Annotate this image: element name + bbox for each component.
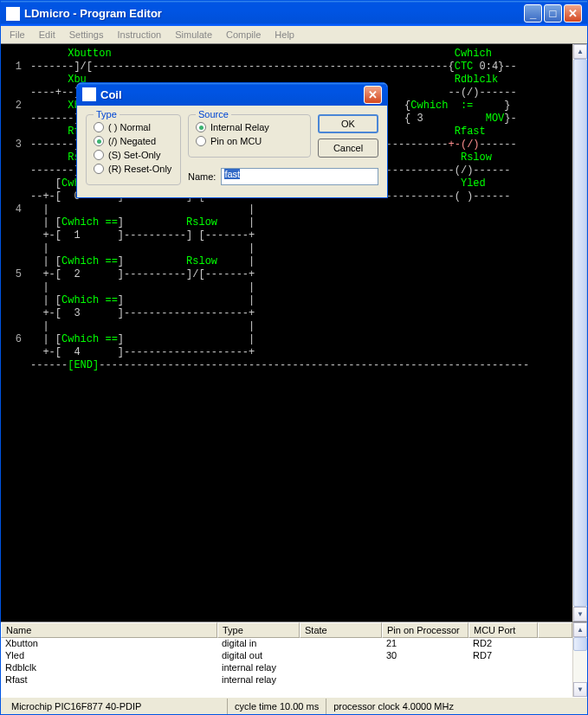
io-row[interactable]: Rfastinternal relay bbox=[1, 674, 572, 686]
radio-icon bbox=[94, 136, 104, 146]
radio-negated[interactable]: (/) Negated bbox=[94, 134, 173, 148]
minimize-button[interactable]: _ bbox=[524, 4, 542, 23]
cancel-button[interactable]: Cancel bbox=[318, 138, 378, 158]
name-input[interactable]: fast bbox=[221, 168, 378, 185]
close-button[interactable]: ✕ bbox=[564, 4, 582, 23]
io-scroll-track[interactable] bbox=[573, 637, 587, 682]
radio-set-only[interactable]: (S) Set-Only bbox=[94, 148, 173, 162]
editor-scrollbar[interactable]: ▲ ▼ bbox=[572, 44, 587, 622]
io-header-pin[interactable]: Pin on Processor bbox=[382, 622, 468, 638]
dialog-close-button[interactable]: ✕ bbox=[364, 86, 382, 104]
menu-simulate[interactable]: Simulate bbox=[170, 28, 217, 42]
radio-icon bbox=[94, 150, 104, 160]
scroll-up-button[interactable]: ▲ bbox=[573, 44, 587, 59]
app-icon bbox=[6, 7, 20, 21]
io-scroll-down-button[interactable]: ▼ bbox=[573, 682, 587, 697]
source-legend: Source bbox=[196, 109, 231, 119]
type-legend: Type bbox=[94, 109, 120, 119]
radio-internal-relay[interactable]: Internal Relay bbox=[196, 120, 303, 134]
io-header-type[interactable]: Type bbox=[217, 622, 300, 638]
dialog-title: Coil bbox=[100, 88, 364, 101]
dialog-titlebar[interactable]: Coil ✕ bbox=[77, 83, 387, 106]
io-row[interactable]: Xbuttondigital in21RD2 bbox=[1, 638, 572, 650]
radio-icon bbox=[196, 136, 206, 146]
type-fieldset: Type ( ) Normal (/) Negated (S) Set-Only… bbox=[86, 114, 181, 185]
name-label: Name: bbox=[188, 171, 216, 182]
radio-pin-on-mcu[interactable]: Pin on MCU bbox=[196, 134, 303, 148]
maximize-button[interactable]: □ bbox=[544, 4, 562, 23]
coil-dialog: Coil ✕ Type ( ) Normal (/) Negated (S) S… bbox=[76, 82, 388, 198]
io-table: Name Type State Pin on Processor MCU Por… bbox=[1, 622, 587, 697]
radio-normal[interactable]: ( ) Normal bbox=[94, 120, 173, 134]
window-title: LDmicro - Program Editor bbox=[24, 7, 524, 20]
status-cycle: cycle time 10.00 ms bbox=[228, 699, 326, 714]
name-row: Name: fast bbox=[188, 168, 378, 185]
io-header-spacer bbox=[538, 622, 572, 638]
menubar[interactable]: File Edit Settings Instruction Simulate … bbox=[1, 26, 587, 43]
io-body[interactable]: Xbuttondigital in21RD2Yleddigital out30R… bbox=[1, 638, 572, 697]
io-scrollbar[interactable]: ▲ ▼ bbox=[572, 622, 587, 697]
statusbar: Microchip PIC16F877 40-PDIP cycle time 1… bbox=[1, 697, 587, 714]
io-scroll-thumb[interactable] bbox=[573, 637, 587, 651]
dialog-body: Type ( ) Normal (/) Negated (S) Set-Only… bbox=[77, 106, 387, 197]
radio-icon bbox=[196, 122, 206, 132]
radio-icon bbox=[94, 164, 104, 174]
io-row[interactable]: Rdblclkinternal relay bbox=[1, 662, 572, 674]
menu-file[interactable]: File bbox=[4, 28, 30, 42]
io-header-name[interactable]: Name bbox=[1, 622, 217, 638]
status-clock: processor clock 4.0000 MHz bbox=[326, 699, 584, 714]
scroll-track[interactable] bbox=[573, 59, 587, 607]
radio-icon bbox=[94, 122, 104, 132]
scroll-thumb[interactable] bbox=[573, 59, 587, 607]
titlebar[interactable]: LDmicro - Program Editor _ □ ✕ bbox=[1, 1, 587, 26]
io-header-state[interactable]: State bbox=[300, 622, 382, 638]
status-mcu: Microchip PIC16F877 40-PDIP bbox=[4, 699, 228, 714]
ok-button[interactable]: OK bbox=[318, 114, 378, 133]
dialog-icon bbox=[82, 87, 96, 101]
radio-reset-only[interactable]: (R) Reset-Only bbox=[94, 162, 173, 176]
menu-instruction[interactable]: Instruction bbox=[112, 28, 166, 42]
io-header-row: Name Type State Pin on Processor MCU Por… bbox=[1, 622, 572, 638]
io-header-port[interactable]: MCU Port bbox=[468, 622, 538, 638]
menu-help[interactable]: Help bbox=[269, 28, 300, 42]
scroll-down-button[interactable]: ▼ bbox=[573, 607, 587, 622]
menu-edit[interactable]: Edit bbox=[34, 28, 61, 42]
io-scroll-up-button[interactable]: ▲ bbox=[573, 622, 587, 637]
source-fieldset: Source Internal Relay Pin on MCU bbox=[188, 114, 311, 158]
menu-settings[interactable]: Settings bbox=[64, 28, 109, 42]
io-row[interactable]: Yleddigital out30RD7 bbox=[1, 650, 572, 662]
menu-compile[interactable]: Compile bbox=[221, 28, 266, 42]
